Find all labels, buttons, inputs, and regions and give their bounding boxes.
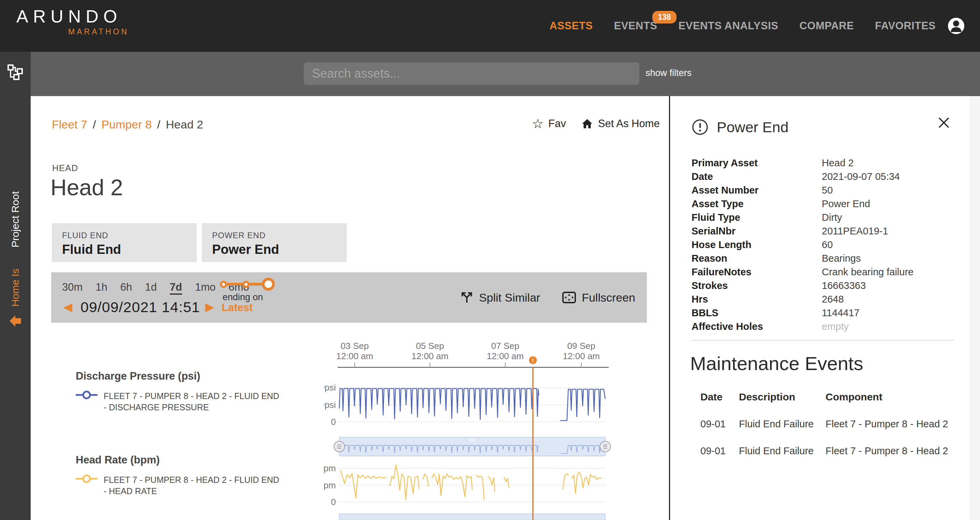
y-axis-label: 0 bbox=[331, 417, 336, 427]
y-axis-label: 6bpm bbox=[324, 463, 336, 473]
user-avatar-button[interactable] bbox=[947, 17, 965, 35]
series-marker-icon bbox=[76, 474, 97, 483]
x-axis-label: 12:00 am bbox=[487, 351, 524, 361]
maintenance-event-row[interactable]: 09-01Fluid End FailureFleet 7 - Pumper 8… bbox=[700, 445, 956, 457]
x-axis-label: 12:00 am bbox=[412, 351, 449, 361]
detail-label: Fluid Type bbox=[692, 212, 822, 223]
detail-row-primary-asset: Primary AssetHead 2 bbox=[692, 156, 958, 170]
y-axis-label: 0 bbox=[331, 497, 336, 507]
fav-button[interactable]: ☆ Fav bbox=[532, 117, 566, 130]
legend-series-row[interactable]: FLEET 7 - PUMPER 8 - HEAD 2 - FLUID END … bbox=[76, 474, 294, 496]
asset-type-label: HEAD bbox=[52, 163, 78, 173]
range-1d[interactable]: 1d bbox=[145, 281, 156, 295]
nav-item-events-analysis[interactable]: EVENTS ANALYSIS bbox=[679, 20, 778, 32]
slider-handle[interactable] bbox=[262, 278, 275, 291]
maintenance-cell: Fleet 7 - Pumper 8 - Head 2 bbox=[826, 419, 956, 430]
card-type-label: POWER END bbox=[212, 231, 347, 240]
detail-label: Reason bbox=[692, 253, 822, 264]
panel-section-divider bbox=[692, 340, 955, 341]
search-input[interactable] bbox=[304, 62, 640, 85]
project-root-label: Project Root bbox=[10, 191, 21, 247]
detail-row-hose-length: Hose Length60 bbox=[692, 238, 958, 252]
chart-navigator-2[interactable] bbox=[339, 514, 605, 520]
detail-value: 1144417 bbox=[822, 308, 860, 319]
current-date[interactable]: 09/09/2021 14:51 bbox=[81, 299, 200, 315]
breadcrumb-item-head-2: Head 2 bbox=[166, 118, 203, 131]
split-similar-button[interactable]: Split Similar bbox=[460, 291, 540, 304]
detail-value: 16663363 bbox=[822, 280, 866, 291]
home-breadcrumb-vertical[interactable]: Home Is Project Root bbox=[2, 137, 29, 328]
maintenance-events-title: Maintenance Events bbox=[690, 352, 863, 374]
y-axis-label: 3bpm bbox=[324, 480, 336, 490]
detail-row-reason: ReasonBearings bbox=[692, 252, 958, 265]
x-axis-label: 03 Sep bbox=[340, 341, 369, 351]
detail-value: Crank bearing failure bbox=[822, 266, 913, 278]
legend-series-row[interactable]: FLEET 7 - PUMPER 8 - HEAD 2 - FLUID END … bbox=[76, 390, 294, 413]
detail-row-bbls: BBLS1144417 bbox=[692, 306, 958, 320]
maintenance-cell: Fluid End Failure bbox=[739, 419, 826, 430]
column-header-date: Date bbox=[700, 391, 739, 403]
page-scrollbar-track[interactable] bbox=[970, 96, 980, 520]
next-date-button[interactable]: ▶ bbox=[205, 301, 214, 312]
range-1h[interactable]: 1h bbox=[95, 281, 107, 295]
set-as-home-button[interactable]: Set As Home bbox=[581, 117, 660, 130]
breadcrumb-separator: / bbox=[93, 118, 96, 131]
detail-value: 60 bbox=[822, 239, 833, 250]
timeseries-chart[interactable]: 10,000psi5,000psi06bpm3bpm003 Sep12:00 a… bbox=[324, 341, 649, 520]
detail-row-serialnbr: SerialNbr2011PEA019-1 bbox=[692, 224, 958, 238]
asset-tree-icon[interactable] bbox=[7, 64, 24, 81]
detail-label: Asset Number bbox=[692, 185, 822, 196]
chart-tools: Split Similar Fullscreen bbox=[460, 272, 635, 323]
nav-item-compare[interactable]: COMPARE bbox=[799, 20, 854, 32]
prev-date-button[interactable]: ◀ bbox=[64, 301, 72, 312]
split-icon bbox=[460, 291, 474, 304]
y-axis-label: 10,000psi bbox=[324, 382, 336, 393]
top-bar: ARUNDO MARATHON ASSETSEVENTS138EVENTS AN… bbox=[0, 0, 980, 52]
close-panel-button[interactable] bbox=[936, 115, 951, 130]
detail-label: Primary Asset bbox=[692, 157, 822, 169]
child-asset-card-fluid-end[interactable]: FLUID END Fluid End bbox=[52, 223, 197, 262]
detail-value: Power End bbox=[822, 198, 870, 209]
chart-toolbar: 30m1h6h1d7d1mo6mo ending on ◀ 09/09/2021… bbox=[51, 272, 647, 323]
detail-value: Dirty bbox=[822, 212, 842, 223]
detail-label: Hose Length bbox=[692, 239, 822, 250]
breadcrumb-item-pumper-8[interactable]: Pumper 8 bbox=[101, 118, 151, 131]
slider-dot-middle[interactable] bbox=[242, 281, 250, 288]
event-marker-symbol: ! bbox=[532, 357, 534, 364]
show-filters-link[interactable]: show filters bbox=[646, 68, 692, 78]
maintenance-table-header: DateDescriptionComponent bbox=[700, 391, 956, 403]
detail-label: Strokes bbox=[692, 280, 822, 291]
card-name-label: Fluid End bbox=[62, 242, 197, 257]
range-7d[interactable]: 7d bbox=[170, 281, 182, 295]
range-6h[interactable]: 6h bbox=[120, 281, 132, 295]
maintenance-event-row[interactable]: 09-01Fluid End FailureFleet 7 - Pumper 8… bbox=[700, 419, 956, 430]
discharge-pressure-psi--series bbox=[339, 388, 605, 420]
nav-item-favorites[interactable]: FAVORITES bbox=[875, 20, 935, 32]
detail-label: Date bbox=[692, 171, 822, 182]
slider-dot-start[interactable] bbox=[220, 281, 227, 288]
ending-on-slider[interactable] bbox=[221, 278, 272, 293]
range-30m[interactable]: 30m bbox=[62, 281, 83, 295]
nav-item-label: EVENTS ANALYSIS bbox=[679, 20, 778, 32]
page-title: Head 2 bbox=[51, 174, 123, 200]
alert-circle-icon bbox=[692, 119, 709, 136]
detail-row-failurenotes: FailureNotesCrank bearing failure bbox=[692, 265, 958, 279]
child-asset-card-power-end[interactable]: POWER END Power End bbox=[202, 223, 347, 262]
main-nav: ASSETSEVENTS138EVENTS ANALYSISCOMPAREFAV… bbox=[549, 0, 935, 52]
detail-label: SerialNbr bbox=[692, 225, 822, 237]
nav-item-events[interactable]: EVENTS138 bbox=[614, 20, 657, 32]
latest-button[interactable]: Latest bbox=[222, 301, 253, 314]
column-header-description: Description bbox=[739, 391, 826, 403]
close-icon bbox=[936, 115, 951, 130]
fullscreen-button[interactable]: Fullscreen bbox=[562, 291, 635, 304]
fullscreen-icon bbox=[562, 291, 576, 304]
detail-label: Affective Holes bbox=[692, 321, 822, 332]
head-rate-bpm--series bbox=[340, 465, 601, 500]
breadcrumb-item-fleet-7[interactable]: Fleet 7 bbox=[52, 118, 87, 131]
detail-value: 2648 bbox=[822, 294, 844, 305]
detail-value: empty bbox=[822, 321, 849, 332]
detail-row-asset-type: Asset TypePower End bbox=[692, 197, 958, 211]
arundo-logo[interactable]: ARUNDO MARATHON bbox=[16, 8, 129, 36]
x-axis-label: 12:00 am bbox=[336, 351, 373, 361]
nav-item-assets[interactable]: ASSETS bbox=[549, 20, 593, 32]
